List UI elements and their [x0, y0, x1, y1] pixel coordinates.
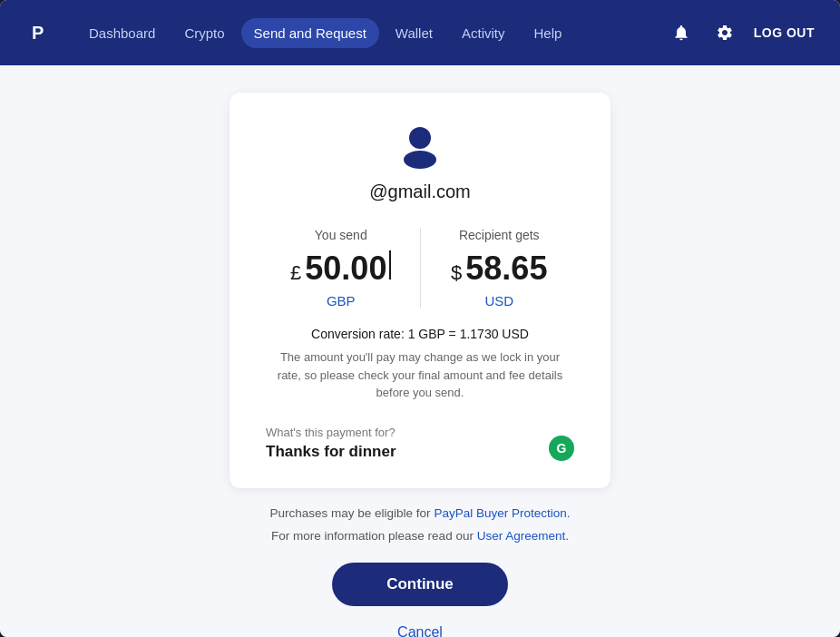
main-content: @gmail.com You send £ 50.00 GBP Recipien… — [0, 65, 840, 637]
settings-icon[interactable] — [710, 18, 739, 47]
recipient-gets-label: Recipient gets — [459, 228, 540, 242]
receive-currency-symbol: $ — [451, 261, 462, 285]
continue-button[interactable]: Continue — [332, 563, 508, 606]
text-cursor — [389, 250, 391, 279]
nav-item-crypto[interactable]: Crypto — [171, 18, 237, 48]
you-send-label: You send — [315, 228, 367, 242]
payment-for-value: Thanks for dinner — [266, 443, 574, 461]
nav-item-help[interactable]: Help — [521, 18, 574, 48]
amounts-row: You send £ 50.00 GBP Recipient gets $ 58… — [266, 228, 574, 309]
conversion-rate-text: Conversion rate: 1 GBP = 1.1730 USD — [266, 327, 574, 341]
app-window: P Dashboard Crypto Send and Request Wall… — [0, 0, 840, 637]
buyer-protection-link[interactable]: PayPal Buyer Protection. — [434, 506, 570, 520]
receive-amount-value: $ 58.65 — [451, 250, 547, 288]
nav-item-dashboard[interactable]: Dashboard — [76, 18, 168, 48]
avatar-icon — [395, 120, 445, 171]
svg-point-3 — [404, 151, 436, 169]
conversion-note-text: The amount you'll pay may change as we l… — [275, 348, 565, 402]
svg-point-2 — [409, 127, 431, 149]
buttons-section: Continue Cancel — [332, 552, 508, 638]
recipient-email: @gmail.com — [369, 181, 470, 202]
payment-for-section: What's this payment for? Thanks for dinn… — [266, 422, 574, 461]
nav-item-wallet[interactable]: Wallet — [383, 18, 445, 48]
send-amount-value: £ 50.00 — [290, 250, 391, 288]
payment-for-label: What's this payment for? — [266, 426, 574, 439]
navbar-right: LOG OUT — [667, 18, 815, 47]
amounts-divider — [420, 228, 421, 309]
send-currency-symbol: £ — [290, 261, 301, 285]
navbar: P Dashboard Crypto Send and Request Wall… — [0, 0, 840, 65]
paypal-logo: P — [25, 18, 54, 47]
buyer-protection-text: Purchases may be eligible for PayPal Buy… — [270, 506, 571, 520]
send-amount-number: 50.00 — [305, 250, 386, 288]
send-amount-block: You send £ 50.00 GBP — [266, 228, 416, 309]
user-agreement-prefix: For more information please read our — [271, 529, 477, 543]
payment-card: @gmail.com You send £ 50.00 GBP Recipien… — [230, 93, 610, 488]
nav-item-activity[interactable]: Activity — [449, 18, 518, 48]
grammarly-icon: G — [549, 436, 574, 461]
cancel-button[interactable]: Cancel — [379, 617, 461, 638]
send-currency-label[interactable]: GBP — [327, 293, 356, 309]
receive-currency-label[interactable]: USD — [484, 293, 513, 309]
receive-amount-block: Recipient gets $ 58.65 USD — [425, 228, 575, 309]
user-agreement-text: For more information please read our Use… — [271, 529, 569, 543]
svg-text:P: P — [32, 23, 44, 43]
conversion-section: Conversion rate: 1 GBP = 1.1730 USD The … — [266, 327, 574, 402]
user-agreement-link[interactable]: User Agreement. — [477, 529, 569, 543]
nav-links: Dashboard Crypto Send and Request Wallet… — [76, 18, 667, 48]
logout-button[interactable]: LOG OUT — [754, 25, 815, 40]
buyer-protection-prefix: Purchases may be eligible for — [270, 506, 435, 520]
nav-item-send-request[interactable]: Send and Request — [241, 18, 379, 48]
recipient-section: @gmail.com — [266, 120, 574, 202]
bell-icon[interactable] — [667, 18, 696, 47]
receive-amount-number: 58.65 — [465, 250, 547, 288]
